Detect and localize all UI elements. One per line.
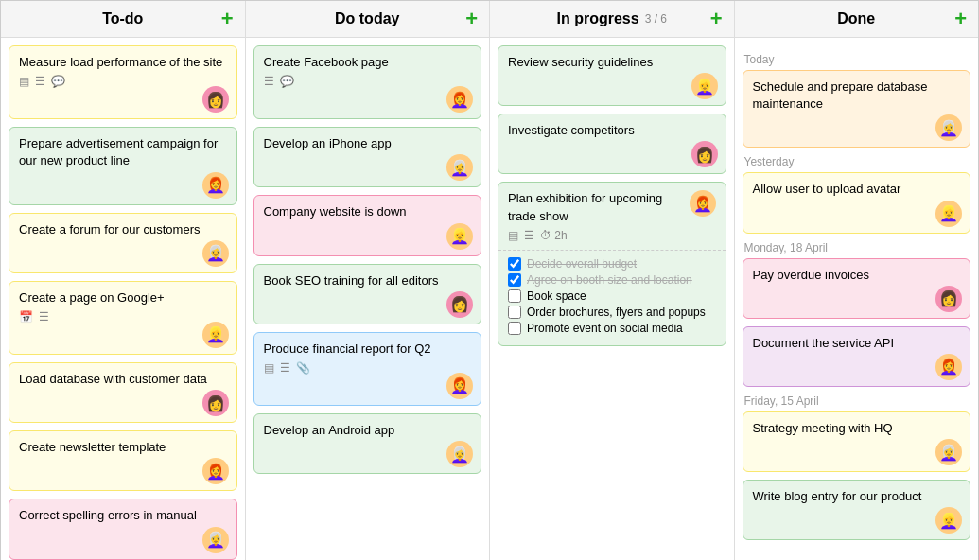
checklist-checkbox[interactable] (508, 322, 521, 335)
column-body-dotoday: Create Facebook page☰💬👩‍🦰Develop an iPho… (246, 38, 490, 560)
card-title: Write blog entry for our product (753, 488, 961, 505)
card-c4[interactable]: Create a page on Google+📅☰👱‍♀️ (9, 281, 237, 355)
add-card-button[interactable]: + (710, 9, 723, 29)
checklist-label: Decide overall budget (527, 257, 637, 271)
date-label: Today (744, 53, 971, 66)
card-d1[interactable]: Create Facebook page☰💬👩‍🦰 (253, 45, 482, 119)
checklist-icon: ☰ (35, 75, 45, 88)
card-title: Investigate competitors (508, 122, 716, 139)
column-header-done: Done+ (735, 1, 979, 38)
checklist-item: Order brochures, flyers and popups (508, 306, 716, 319)
card-title: Document the service API (753, 335, 961, 352)
card-title: Create newsletter template (19, 439, 227, 456)
checklist-checkbox[interactable] (508, 289, 521, 303)
list-icon: ▤ (508, 229, 518, 242)
card-title: Strategy meeting with HQ (753, 420, 961, 437)
card-d4[interactable]: Book SEO training for all editors👩 (253, 264, 482, 324)
card-p2[interactable]: Investigate competitors👩 (498, 114, 726, 174)
card-done6[interactable]: Write blog entry for our product👱‍♀️ (743, 480, 971, 540)
card-title: Book SEO training for all editors (264, 272, 472, 289)
card-title: Create Facebook page (264, 54, 472, 71)
card-c6[interactable]: Create newsletter template👩‍🦰 (9, 430, 237, 491)
chat-icon: 💬 (280, 75, 294, 88)
avatar: 👱‍♀️ (202, 322, 229, 348)
checklist-label: Agree on booth size and location (527, 273, 692, 287)
checklist-item: Decide overall budget (508, 257, 716, 271)
checklist-icon: ☰ (264, 75, 274, 88)
avatar: 👩‍🦳 (202, 240, 229, 267)
checklist-item: Promote event on social media (508, 322, 716, 335)
card-p1[interactable]: Review security guidelines👱‍♀️ (498, 45, 726, 106)
column-badge: 3 / 6 (645, 12, 667, 26)
list-icon: ▤ (264, 361, 274, 375)
avatar: 👩‍🦳 (446, 154, 473, 181)
avatar: 👩‍🦳 (935, 439, 962, 465)
checklist-item: Book space (508, 289, 716, 303)
card-title: Correct spelling errors in manual (19, 507, 227, 524)
card-done4[interactable]: Document the service API👩‍🦰 (743, 326, 971, 387)
card-title: Pay overdue invoices (753, 267, 961, 284)
card-title: Develop an Android app (264, 422, 472, 439)
chat-icon: 💬 (51, 75, 65, 88)
add-card-button[interactable]: + (954, 9, 967, 29)
clock-icon: ⏱ 2h (540, 229, 568, 242)
clip-icon: 📎 (296, 361, 310, 375)
checklist-checkbox[interactable] (508, 257, 521, 271)
avatar: 👩‍🦰 (446, 86, 473, 113)
card-title: Prepare advertisement campaign for our n… (19, 135, 227, 169)
card-title: Measure load performance of the site (19, 54, 227, 71)
column-done: Done+TodaySchedule and prepare database … (735, 1, 979, 560)
card-d2[interactable]: Develop an iPhone app👩‍🦳 (253, 127, 482, 187)
column-body-done: TodaySchedule and prepare database maint… (735, 38, 979, 560)
avatar: 👱‍♀️ (935, 507, 962, 534)
card-title: Create a forum for our customers (19, 221, 227, 238)
column-header-inprogress: In progress3 / 6+ (490, 1, 734, 38)
column-header-todo: To-do+ (1, 1, 245, 38)
card-c3[interactable]: Create a forum for our customers👩‍🦳 (9, 213, 237, 273)
card-c1[interactable]: Measure load performance of the site▤☰💬👩 (9, 45, 237, 119)
card-c2[interactable]: Prepare advertisement campaign for our n… (9, 127, 237, 204)
kanban-board: To-do+Measure load performance of the si… (0, 0, 979, 560)
card-c5[interactable]: Load database with customer data👩 (9, 362, 237, 423)
avatar: 👩 (202, 390, 229, 416)
add-card-button[interactable]: + (221, 9, 234, 29)
checklist-checkbox[interactable] (508, 273, 521, 287)
column-todo: To-do+Measure load performance of the si… (1, 1, 246, 560)
column-title: Do today (335, 10, 399, 27)
column-body-inprogress: Review security guidelines👱‍♀️Investigat… (490, 38, 734, 560)
checklist-checkbox[interactable] (508, 306, 521, 319)
card-done3[interactable]: Pay overdue invoices👩 (743, 258, 971, 319)
column-title: To-do (102, 10, 143, 27)
avatar: 👩 (691, 141, 718, 167)
add-card-button[interactable]: + (465, 9, 478, 29)
date-label: Monday, 18 April (744, 241, 971, 254)
card-title: Company website is down (264, 203, 472, 220)
calendar-icon: 📅 (19, 310, 33, 324)
card-done2[interactable]: Allow user to upload avatar👱‍♀️ (743, 172, 971, 233)
date-label: Yesterday (744, 155, 971, 168)
card-d5[interactable]: Produce financial report for Q2▤☰📎👩‍🦰 (253, 332, 482, 406)
card-done5[interactable]: Strategy meeting with HQ👩‍🦳 (743, 411, 971, 472)
card-title: Schedule and prepare database maintenanc… (753, 79, 961, 113)
avatar: 👩 (935, 286, 962, 312)
card-p3[interactable]: Plan exhibition for upcoming trade show▤… (498, 182, 726, 345)
card-d3[interactable]: Company website is down👱‍♀️ (253, 195, 482, 255)
card-title: Produce financial report for Q2 (264, 341, 472, 358)
column-title: Done (837, 10, 875, 27)
column-inprogress: In progress3 / 6+Review security guideli… (490, 1, 735, 560)
card-done1[interactable]: Schedule and prepare database maintenanc… (743, 70, 971, 148)
checklist-label: Book space (527, 289, 586, 303)
column-dotoday: Do today+Create Facebook page☰💬👩‍🦰Develo… (246, 1, 491, 560)
card-c7[interactable]: Correct spelling errors in manual👩‍🦳 (9, 499, 237, 559)
checklist-icon: ☰ (280, 361, 290, 375)
avatar: 👩 (202, 86, 229, 113)
avatar: 👩‍🦰 (202, 458, 229, 484)
avatar: 👱‍♀️ (935, 201, 962, 227)
card-d6[interactable]: Develop an Android app👩‍🦳 (253, 413, 482, 474)
avatar: 👱‍♀️ (691, 73, 718, 99)
avatar: 👩‍🦳 (202, 527, 229, 553)
card-title: Review security guidelines (508, 54, 716, 71)
date-label: Friday, 15 April (744, 394, 971, 408)
avatar: 👩‍🦰 (935, 354, 962, 380)
avatar: 👩‍🦰 (690, 190, 716, 217)
